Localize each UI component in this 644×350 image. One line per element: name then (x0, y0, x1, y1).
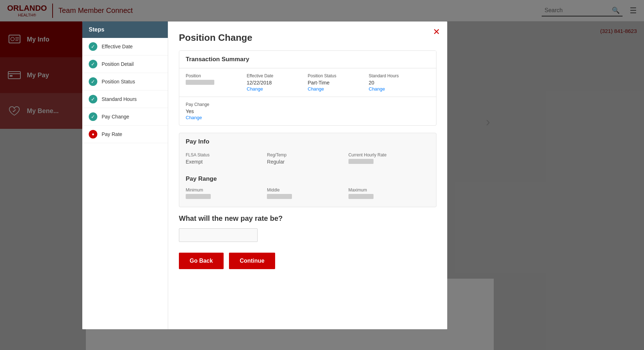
step-position-status-icon: ✓ (89, 77, 97, 86)
current-hourly-rate-cell: Current Hourly Rate (348, 152, 430, 165)
flsa-status-value: Exempt (186, 159, 260, 165)
standard-hours-value: 20 (369, 80, 423, 86)
step-pay-rate-label: Pay Rate (102, 131, 122, 137)
middle-value (267, 194, 292, 199)
step-effective-date[interactable]: ✓ Effective Date (82, 38, 168, 55)
middle-label: Middle (267, 188, 348, 193)
step-position-detail-label: Position Detail (102, 61, 134, 67)
modal-title: Position Change (179, 32, 436, 43)
middle-cell: Middle (267, 188, 348, 200)
step-pay-change[interactable]: ✓ Pay Change (82, 108, 168, 126)
step-position-status[interactable]: ✓ Position Status (82, 73, 168, 91)
go-back-button[interactable]: Go Back (179, 253, 224, 269)
reg-temp-label: Reg/Temp (267, 152, 341, 157)
summary-cell-position: Position (186, 73, 247, 92)
new-pay-rate-question: What will the new pay rate be? (179, 214, 436, 223)
summary-row-1: Position Effective Date 12/22/2018 Chang… (179, 68, 436, 97)
step-position-detail-icon: ✓ (89, 60, 97, 68)
position-label: Position (186, 73, 240, 78)
pay-info-row-1: FLSA Status Exempt Reg/Temp Regular Curr… (179, 150, 436, 170)
step-position-detail[interactable]: ✓ Position Detail (82, 55, 168, 73)
minimum-cell: Minimum (186, 188, 267, 200)
step-pay-change-label: Pay Change (102, 114, 129, 120)
modal: ✕ Steps ✓ Effective Date ✓ Position Deta… (82, 21, 447, 329)
summary-cell-position-status: Position Status Part-Time Change (308, 73, 369, 92)
standard-hours-label: Standard Hours (369, 73, 423, 78)
minimum-value (186, 194, 211, 199)
effective-date-label: Effective Date (247, 73, 301, 78)
pay-info-title: Pay Info (179, 133, 436, 150)
transaction-summary-box: Transaction Summary Position Effective D… (179, 50, 436, 126)
button-row: Go Back Continue (179, 253, 436, 269)
flsa-status-label: FLSA Status (186, 152, 260, 157)
step-standard-hours-icon: ✓ (89, 95, 97, 103)
step-pay-rate-icon: ● (89, 130, 97, 138)
step-effective-date-label: Effective Date (102, 44, 133, 49)
new-pay-rate-input[interactable] (179, 228, 258, 242)
step-pay-change-icon: ✓ (89, 112, 97, 121)
current-hourly-rate-label: Current Hourly Rate (348, 152, 423, 157)
pay-info-box: Pay Info FLSA Status Exempt Reg/Temp Reg… (179, 133, 436, 207)
position-value (186, 80, 214, 85)
effective-date-value: 12/22/2018 (247, 80, 301, 86)
step-position-status-label: Position Status (102, 79, 135, 84)
position-status-change[interactable]: Change (308, 86, 362, 92)
maximum-label: Maximum (348, 188, 430, 193)
transaction-summary-title: Transaction Summary (179, 51, 436, 68)
summary-cell-pay-change: Pay Change Yes Change (186, 102, 430, 120)
summary-cell-standard-hours: Standard Hours 20 Change (369, 73, 430, 92)
standard-hours-change[interactable]: Change (369, 86, 423, 92)
main-content: Position Change Transaction Summary Posi… (168, 21, 447, 329)
summary-cell-effective-date: Effective Date 12/22/2018 Change (247, 73, 308, 92)
step-pay-rate[interactable]: ● Pay Rate (82, 126, 168, 143)
summary-row-2: Pay Change Yes Change (179, 97, 436, 125)
minimum-label: Minimum (186, 188, 267, 193)
step-standard-hours-label: Standard Hours (102, 96, 137, 102)
step-standard-hours[interactable]: ✓ Standard Hours (82, 91, 168, 108)
flsa-status-cell: FLSA Status Exempt (186, 152, 267, 165)
effective-date-change[interactable]: Change (247, 86, 301, 92)
pay-change-label: Pay Change (186, 102, 423, 107)
pay-range-title: Pay Range (179, 170, 436, 185)
pay-range-row: Minimum Middle Maximum (179, 185, 436, 207)
pay-change-change[interactable]: Change (186, 115, 423, 120)
reg-temp-cell: Reg/Temp Regular (267, 152, 348, 165)
continue-button[interactable]: Continue (229, 253, 275, 269)
maximum-cell: Maximum (348, 188, 430, 200)
steps-sidebar: Steps ✓ Effective Date ✓ Position Detail… (82, 21, 168, 329)
current-hourly-rate-value (348, 159, 374, 164)
reg-temp-value: Regular (267, 159, 341, 165)
close-button[interactable]: ✕ (433, 27, 440, 37)
step-effective-date-icon: ✓ (89, 42, 97, 51)
modal-content: Steps ✓ Effective Date ✓ Position Detail… (82, 21, 447, 329)
position-status-value: Part-Time (308, 80, 362, 86)
maximum-value (348, 194, 374, 199)
position-status-label: Position Status (308, 73, 362, 78)
steps-header: Steps (82, 21, 168, 38)
pay-change-value: Yes (186, 108, 423, 114)
